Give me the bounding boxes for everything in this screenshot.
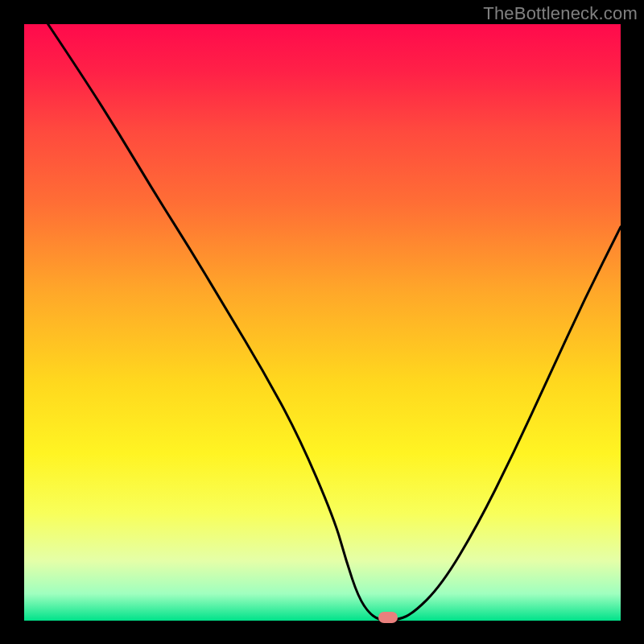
optimum-marker <box>378 612 398 623</box>
attribution-text: TheBottleneck.com <box>483 3 638 24</box>
bottleneck-curve <box>0 0 644 644</box>
chart-outer-frame: TheBottleneck.com <box>0 0 644 644</box>
